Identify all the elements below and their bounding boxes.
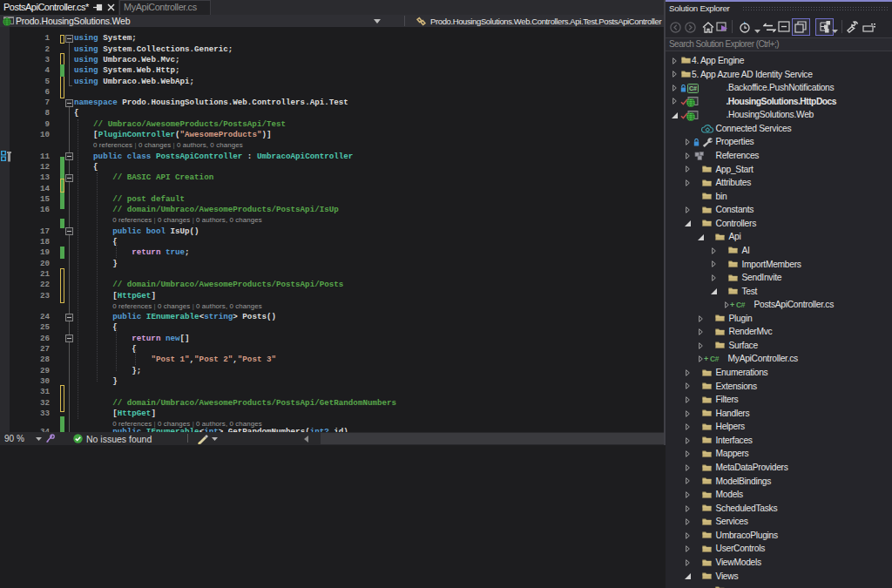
svg-text:C#: C# xyxy=(689,85,697,91)
